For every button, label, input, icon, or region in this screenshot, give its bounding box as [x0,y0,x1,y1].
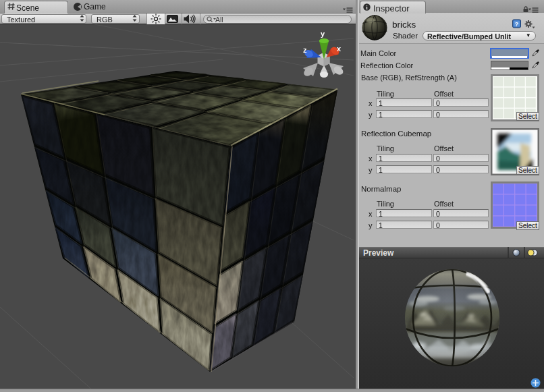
svg-text:z: z [303,46,307,54]
svg-text:y: y [321,30,325,38]
svg-text:x: x [337,45,342,53]
svg-text:?: ? [515,21,519,28]
